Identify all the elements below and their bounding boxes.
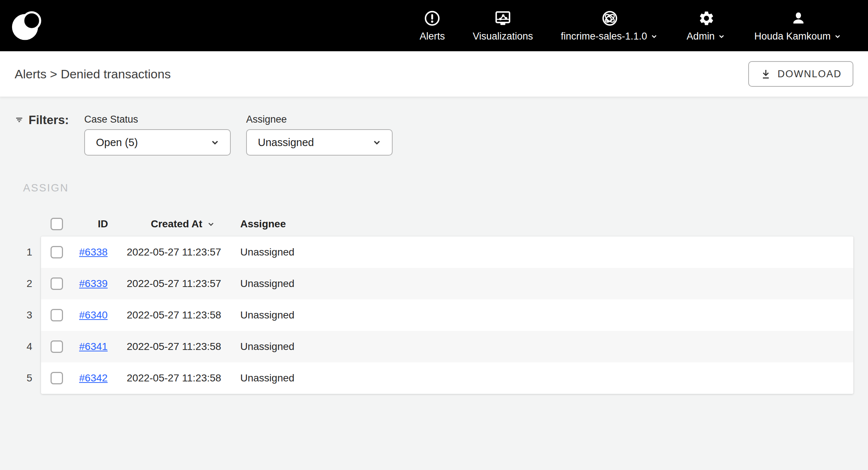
assignee-field: Assignee Unassigned bbox=[246, 114, 393, 156]
row-index: 4 bbox=[17, 331, 32, 362]
assignee-cell: Unassigned bbox=[240, 372, 853, 384]
row-checkbox[interactable] bbox=[51, 340, 63, 353]
table-row: 4 #6341 2022-05-27 11:23:58 Unassigned bbox=[41, 331, 853, 362]
assignee-cell: Unassigned bbox=[240, 278, 853, 290]
row-index: 3 bbox=[17, 299, 32, 331]
download-button[interactable]: DOWNLOAD bbox=[748, 61, 853, 87]
column-header-assignee: Assignee bbox=[240, 218, 853, 230]
nav-label: Houda Kamkoum bbox=[754, 30, 842, 42]
alerts-table: 1 #6338 2022-05-27 11:23:57 Unassigned 2… bbox=[41, 236, 853, 394]
nav-label: Admin bbox=[687, 30, 727, 42]
row-checkbox[interactable] bbox=[51, 372, 63, 384]
nav-items: Alerts Visualizations bbox=[420, 10, 842, 42]
top-nav: Alerts Visualizations bbox=[0, 0, 868, 51]
assignee-cell: Unassigned bbox=[240, 309, 853, 321]
row-checkbox[interactable] bbox=[51, 246, 63, 258]
filters-title: Filters: bbox=[15, 113, 69, 127]
nav-label: fincrime-sales-1.1.0 bbox=[561, 30, 659, 42]
case-status-value: Open (5) bbox=[96, 137, 138, 149]
row-index: 5 bbox=[17, 362, 32, 394]
nav-label: Alerts bbox=[420, 30, 445, 42]
chevron-down-icon bbox=[717, 31, 726, 41]
table-row: 5 #6342 2022-05-27 11:23:58 Unassigned bbox=[41, 362, 853, 394]
row-checkbox[interactable] bbox=[51, 309, 63, 321]
assignee-cell: Unassigned bbox=[240, 341, 853, 352]
created-at-cell: 2022-05-27 11:23:58 bbox=[127, 372, 240, 384]
crescent-logo-icon bbox=[10, 8, 45, 43]
nav-label: Visualizations bbox=[473, 30, 533, 42]
row-index: 2 bbox=[17, 268, 32, 299]
created-at-cell: 2022-05-27 11:23:58 bbox=[127, 341, 240, 352]
nav-item-alerts[interactable]: Alerts bbox=[420, 10, 445, 42]
filters-section: Filters: Case Status Open (5) Assignee U… bbox=[15, 114, 853, 156]
nav-item-user-menu[interactable]: Houda Kamkoum bbox=[754, 10, 842, 42]
filters-label: Filters: bbox=[29, 113, 69, 127]
case-status-select[interactable]: Open (5) bbox=[84, 129, 231, 156]
created-at-cell: 2022-05-27 11:23:58 bbox=[127, 309, 240, 321]
content-area: Filters: Case Status Open (5) Assignee U… bbox=[0, 97, 868, 394]
row-index: 1 bbox=[17, 236, 32, 268]
alert-id-link[interactable]: #6341 bbox=[79, 341, 127, 352]
column-header-created-at[interactable]: Created At bbox=[127, 218, 240, 230]
case-status-label: Case Status bbox=[84, 114, 231, 125]
globe-icon bbox=[601, 10, 618, 27]
app-logo[interactable] bbox=[10, 7, 45, 45]
chevron-down-icon bbox=[649, 31, 659, 41]
created-at-cell: 2022-05-27 11:23:57 bbox=[127, 278, 240, 290]
sort-chevron-icon bbox=[206, 219, 216, 229]
breadcrumb-bar: Alerts > Denied transactions DOWNLOAD bbox=[0, 51, 868, 97]
alert-id-link[interactable]: #6339 bbox=[79, 278, 127, 290]
download-icon bbox=[760, 68, 772, 80]
user-icon bbox=[790, 10, 807, 27]
alert-circle-icon bbox=[424, 10, 441, 27]
monitor-graph-icon bbox=[494, 10, 511, 27]
gear-icon bbox=[698, 10, 715, 27]
filter-icon bbox=[15, 113, 24, 127]
assignee-cell: Unassigned bbox=[240, 246, 853, 258]
table-row: 2 #6339 2022-05-27 11:23:57 Unassigned bbox=[41, 268, 853, 299]
nav-item-environment[interactable]: fincrime-sales-1.1.0 bbox=[561, 10, 659, 42]
download-label: DOWNLOAD bbox=[778, 68, 842, 80]
created-at-cell: 2022-05-27 11:23:57 bbox=[127, 246, 240, 258]
assignee-select[interactable]: Unassigned bbox=[246, 129, 393, 156]
chevron-down-icon bbox=[371, 137, 382, 148]
assign-button[interactable]: ASSIGN bbox=[23, 182, 69, 194]
alert-id-link[interactable]: #6342 bbox=[79, 372, 127, 384]
table-row: 1 #6338 2022-05-27 11:23:57 Unassigned bbox=[41, 236, 853, 268]
alert-id-link[interactable]: #6338 bbox=[79, 246, 127, 258]
table-row: 3 #6340 2022-05-27 11:23:58 Unassigned bbox=[41, 299, 853, 331]
chevron-down-icon bbox=[209, 137, 220, 148]
select-all-checkbox[interactable] bbox=[51, 218, 63, 230]
row-checkbox[interactable] bbox=[51, 277, 63, 290]
breadcrumb[interactable]: Alerts > Denied transactions bbox=[15, 67, 171, 81]
column-header-id: ID bbox=[79, 218, 127, 230]
chevron-down-icon bbox=[833, 31, 842, 41]
nav-item-admin[interactable]: Admin bbox=[687, 10, 727, 42]
assignee-value: Unassigned bbox=[258, 137, 314, 149]
table-header: ID Created At Assignee bbox=[41, 212, 853, 236]
assignee-label: Assignee bbox=[246, 114, 393, 125]
nav-item-visualizations[interactable]: Visualizations bbox=[473, 10, 533, 42]
alert-id-link[interactable]: #6340 bbox=[79, 309, 127, 321]
case-status-field: Case Status Open (5) bbox=[84, 114, 231, 156]
